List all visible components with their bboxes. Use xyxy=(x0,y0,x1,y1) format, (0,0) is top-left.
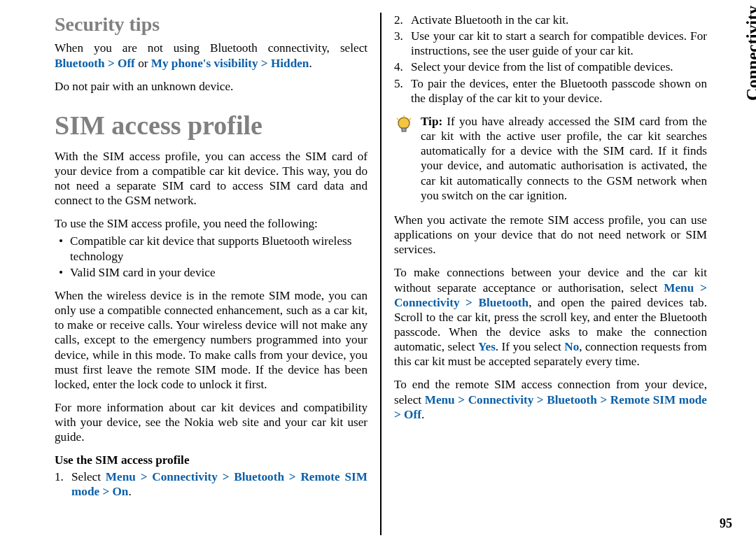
end-connection-paragraph: To end the remote SIM access connection … xyxy=(394,377,707,421)
security-tip-2: Do not pair with an unknown device. xyxy=(55,79,368,94)
use-sim-steps-part1: Select Menu > Connectivity > Bluetooth >… xyxy=(55,469,368,499)
option-no: No xyxy=(564,340,579,353)
text: To make connections between your device … xyxy=(394,266,707,294)
nav-path-bluetooth-off: Bluetooth > Off xyxy=(55,57,135,70)
more-info-paragraph: For more information about car kit devic… xyxy=(55,400,368,444)
text: Select xyxy=(71,470,106,483)
text: . xyxy=(421,408,424,421)
svg-rect-1 xyxy=(402,128,406,132)
text: . xyxy=(128,485,131,498)
tip-block: Tip: If you have already accessed the SI… xyxy=(394,114,707,203)
list-item: Activate Bluetooth in the car kit. xyxy=(394,13,707,27)
make-connections-paragraph: To make connections between your device … xyxy=(394,265,707,369)
column-divider xyxy=(380,13,382,535)
section-side-tab: Connectivity xyxy=(743,6,756,146)
text: . If you select xyxy=(496,340,564,353)
list-item: Use your car kit to start a search for c… xyxy=(394,29,707,58)
use-sim-steps-part2: Activate Bluetooth in the car kit. Use y… xyxy=(394,13,707,106)
column-right: Activate Bluetooth in the car kit. Use y… xyxy=(394,13,707,535)
option-yes: Yes xyxy=(478,340,496,353)
heading-sim-access-profile: SIM access profile xyxy=(55,109,368,142)
two-column-layout: Security tips When you are not using Blu… xyxy=(55,13,707,535)
svg-line-4 xyxy=(410,118,411,120)
nav-path-remote-sim-off: Menu > Connectivity > Bluetooth > Remote… xyxy=(394,393,707,421)
security-tip-1: When you are not using Bluetooth connect… xyxy=(55,41,368,70)
nav-path-visibility-hidden: My phone's visibility > Hidden xyxy=(151,57,309,70)
svg-line-3 xyxy=(397,118,398,120)
nav-path-remote-sim-on: Menu > Connectivity > Bluetooth > Remote… xyxy=(71,470,368,498)
text: When you are not using Bluetooth connect… xyxy=(55,41,368,55)
activate-remote-sim-paragraph: When you activate the remote SIM access … xyxy=(394,213,707,257)
sim-requirements-list: Compatible car kit device that supports … xyxy=(55,234,368,279)
text: . xyxy=(309,57,312,70)
list-item: Compatible car kit device that supports … xyxy=(55,234,368,263)
heading-security-tips: Security tips xyxy=(55,13,368,36)
svg-point-0 xyxy=(398,118,410,129)
sim-intro-paragraph: With the SIM access profile, you can acc… xyxy=(55,149,368,208)
list-item: Select your device from the list of comp… xyxy=(394,59,707,74)
column-left: Security tips When you are not using Blu… xyxy=(55,13,368,535)
text: or xyxy=(135,57,151,70)
sim-requirements-intro: To use the SIM access profile, you need … xyxy=(55,216,368,231)
list-item: To pair the devices, enter the Bluetooth… xyxy=(394,76,707,106)
list-item: Select Menu > Connectivity > Bluetooth >… xyxy=(55,469,368,499)
page-number: 95 xyxy=(720,516,732,531)
subheading-use-sim-profile: Use the SIM access profile xyxy=(55,453,368,467)
list-item: Valid SIM card in your device xyxy=(55,265,368,280)
tip-label: Tip: xyxy=(421,115,447,128)
lightbulb-icon xyxy=(394,114,414,203)
remote-sim-mode-paragraph: When the wireless device is in the remot… xyxy=(55,288,368,392)
tip-text: Tip: If you have already accessed the SI… xyxy=(421,114,707,203)
text: If you have already accessed the SIM car… xyxy=(421,115,707,202)
manual-page: Connectivity Security tips When you are … xyxy=(0,0,756,545)
